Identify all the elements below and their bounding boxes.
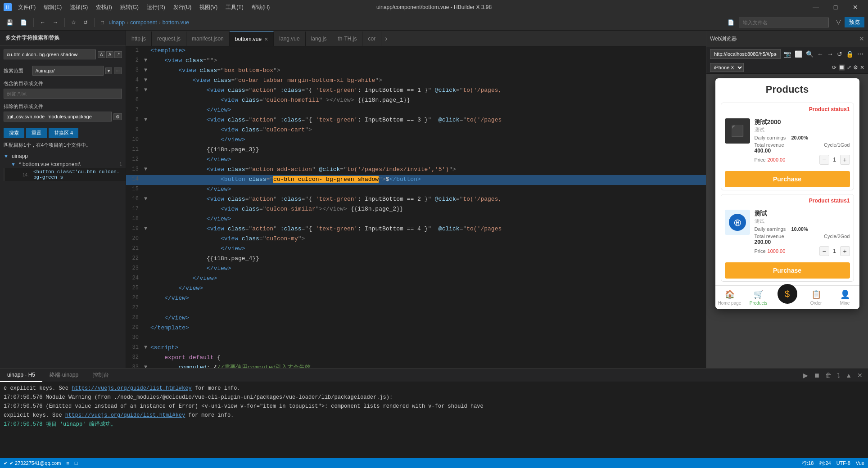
center-button[interactable]: $ [778, 284, 797, 304]
purchase-button-1[interactable]: Purchase [725, 171, 850, 187]
nav-forward-button[interactable]: → [826, 50, 834, 58]
tab-th-th-js[interactable]: th-TH.js [332, 32, 362, 46]
menu-publish[interactable]: 发行(U) [170, 2, 195, 13]
qty-minus-btn-2[interactable]: − [819, 246, 829, 256]
wrap-button[interactable]: ⤵ [835, 371, 842, 380]
status-git[interactable]: ≡ [66, 460, 69, 466]
breadcrumb-component[interactable]: component [130, 19, 157, 26]
menu-goto[interactable]: 跳转(G) [117, 2, 142, 13]
exclude-settings-button[interactable]: ⚙ [113, 113, 122, 120]
browser-close-button[interactable]: ✕ [859, 35, 864, 42]
tabs-more-button[interactable]: › [381, 32, 391, 46]
close-button[interactable]: ✕ [846, 1, 864, 14]
exclude-input[interactable] [4, 112, 112, 122]
nav-open-button[interactable]: ⬜ [794, 50, 803, 58]
tab-manifest-json[interactable]: manifest.json [186, 32, 230, 46]
bookmark-button[interactable]: ☆ [68, 18, 79, 27]
fullscreen-icon[interactable]: ⤢ [847, 64, 851, 71]
nav-order[interactable]: 📋 Order [802, 286, 831, 309]
breadcrumb-file[interactable]: bottom.vue [163, 19, 189, 26]
square-button[interactable]: □ [98, 18, 107, 27]
nav-screenshot-button[interactable]: 📷 [782, 50, 792, 58]
nav-inspect-button[interactable]: 🔍 [805, 50, 814, 58]
menu-help[interactable]: 帮助(H) [248, 2, 274, 13]
nav-lock-button[interactable]: 🔒 [845, 50, 854, 58]
nav-center[interactable]: $ [773, 286, 802, 309]
inspect-element-icon[interactable]: 🔲 [838, 64, 845, 71]
bottom-tab-terminal[interactable]: 终端-uinapp [42, 369, 86, 382]
close-panel-button[interactable]: ✕ [855, 371, 864, 380]
product-qty-2[interactable]: − 1 + [819, 246, 850, 256]
case-sensitive-button[interactable]: A [98, 51, 105, 58]
clear-button[interactable]: 🗑 [823, 371, 833, 380]
replace-all-button[interactable]: 替换区 4 [49, 128, 78, 138]
history-button[interactable]: ↺ [81, 18, 90, 27]
run-button[interactable]: ▶ [801, 371, 810, 380]
console-link-1[interactable]: https://vuejs.org/guide/list.html#key [72, 385, 191, 392]
status-window[interactable]: □ [75, 460, 78, 466]
menu-edit[interactable]: 编辑(E) [40, 2, 65, 13]
preview-button[interactable]: 预览 [845, 17, 864, 27]
menu-run[interactable]: 运行(R) [143, 2, 169, 13]
tree-file-item[interactable]: ▼ * bottom.vue \component\ 1 [0, 160, 126, 168]
menu-file[interactable]: 文件(F) [14, 2, 39, 13]
nav-products[interactable]: 🛒 Products [744, 286, 773, 309]
include-input[interactable] [4, 89, 122, 99]
nav-mine[interactable]: 👤 Mine [831, 286, 859, 309]
bottom-tab-h5[interactable]: uinapp - H5 [0, 369, 42, 382]
maximize-button[interactable]: □ [827, 1, 845, 14]
rotate-icon[interactable]: ⟳ [832, 64, 836, 71]
open-file-button[interactable]: 📄 [18, 18, 30, 27]
file-search-input[interactable] [739, 18, 829, 27]
product-qty-1[interactable]: − 1 + [819, 155, 850, 165]
search-range-more[interactable]: ··· [114, 68, 122, 74]
search-range-options[interactable]: ▾ [105, 68, 112, 74]
nav-more-button[interactable]: ⋯ [856, 50, 864, 58]
tab-lang-js[interactable]: lang.js [306, 32, 333, 46]
menu-tools[interactable]: 工具(T) [222, 2, 247, 13]
expand-button[interactable]: ▲ [844, 371, 854, 380]
forward-button[interactable]: → [50, 18, 61, 27]
tab-request-js[interactable]: request.js [152, 32, 186, 46]
minimize-button[interactable]: — [807, 1, 825, 14]
stop-button[interactable]: ⏹ [812, 371, 822, 380]
tab-cor[interactable]: cor [362, 32, 381, 46]
device-select[interactable]: iPhone X [710, 63, 744, 72]
search-button[interactable]: 搜索 [4, 128, 24, 138]
code-line-16: 16 ▼ <view class="action" :class="{ 'tex… [126, 195, 706, 205]
url-input[interactable] [710, 49, 781, 59]
menu-find[interactable]: 查找(I) [92, 2, 115, 13]
console-link-2[interactable]: https://vuejs.org/guide/list.html#key [65, 412, 185, 418]
qty-plus-btn-1[interactable]: + [840, 155, 850, 165]
tab-http-js[interactable]: http.js [126, 32, 152, 46]
whole-word-button[interactable]: A [106, 51, 114, 58]
bottom-tab-console[interactable]: 控制台 [86, 369, 116, 382]
qty-plus-btn-2[interactable]: + [840, 246, 850, 256]
window-controls[interactable]: — □ ✕ [807, 1, 864, 14]
back-button[interactable]: ← [37, 18, 48, 27]
tree-code-line[interactable]: 14: <button class='cu-btn culcon- bg-gre… [4, 168, 126, 181]
search-range-input[interactable] [32, 66, 104, 76]
menu-bar[interactable]: 文件(F) 编辑(E) 选择(S) 查找(I) 跳转(G) 运行(R) 发行(U… [14, 2, 273, 13]
tab-close-icon[interactable]: × [264, 36, 268, 43]
breadcrumb-project[interactable]: uinapp [108, 19, 125, 26]
close-preview-icon[interactable]: ✕ [860, 64, 864, 71]
regex-button[interactable]: .* [114, 51, 122, 58]
tree-root[interactable]: ▼ uinapp [0, 152, 126, 160]
tab-lang-vue[interactable]: lang.vue [274, 32, 305, 46]
status-user[interactable]: ✔ ✔ 273227541@qq.com [4, 460, 61, 466]
code-editor[interactable]: 1 <template> 2 ▼ <view class=""> 3 ▼ <vi… [126, 46, 706, 368]
nav-home[interactable]: 🏠 Home page [715, 286, 744, 309]
qty-minus-btn-1[interactable]: − [819, 155, 829, 165]
menu-select[interactable]: 选择(S) [66, 2, 91, 13]
nav-refresh-button[interactable]: ↺ [836, 50, 843, 58]
nav-back-button[interactable]: ← [816, 50, 824, 58]
search-input[interactable] [4, 50, 96, 59]
menu-view[interactable]: 视图(V) [196, 2, 221, 13]
settings-icon[interactable]: ⚙ [853, 64, 858, 71]
tab-bottom-vue[interactable]: bottom.vue × [230, 32, 274, 46]
reset-button[interactable]: 重置 [26, 128, 47, 138]
purchase-button-2[interactable]: Purchase [725, 262, 850, 279]
filter-icon[interactable]: ▽ [834, 17, 843, 27]
save-button[interactable]: 💾 [4, 18, 16, 27]
